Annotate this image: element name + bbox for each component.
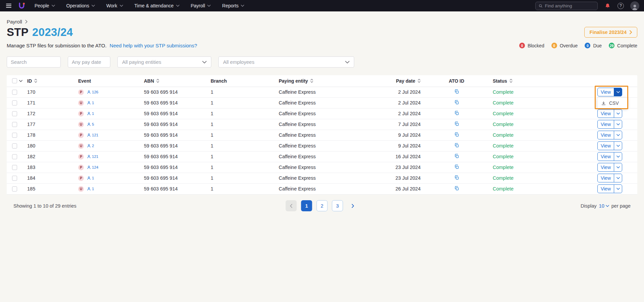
sort-icon[interactable] (310, 79, 313, 83)
nav-item-people[interactable]: People (35, 3, 55, 8)
stp-event-id: 182 (27, 154, 35, 159)
view-dropdown-toggle[interactable] (614, 110, 622, 118)
copy-ato-id-icon[interactable] (454, 175, 459, 180)
chevron-down-icon (207, 5, 211, 7)
view-button[interactable]: View (597, 120, 622, 129)
select-all-checkbox[interactable] (12, 78, 17, 83)
row-checkbox[interactable] (12, 90, 17, 95)
copy-ato-id-icon[interactable] (454, 121, 459, 126)
sort-icon[interactable] (156, 79, 159, 83)
next-page-button[interactable] (347, 200, 359, 211)
row-checkbox[interactable] (12, 143, 17, 148)
row-checkbox[interactable] (12, 176, 17, 181)
copy-ato-id-icon[interactable] (454, 111, 459, 116)
global-search[interactable] (535, 2, 598, 10)
page-button-1[interactable]: 1 (301, 200, 312, 211)
branch-value: 1 (211, 165, 213, 170)
sort-icon[interactable] (418, 79, 421, 83)
nav-item-label: Work (106, 3, 117, 8)
view-button[interactable]: View (597, 174, 622, 182)
view-button[interactable]: View (597, 184, 622, 193)
view-button[interactable]: View (597, 152, 622, 161)
finalise-button[interactable]: Finalise 2023/24 (584, 27, 637, 38)
row-checkbox[interactable] (12, 154, 17, 159)
paying-entities-select[interactable]: All paying entities (117, 56, 211, 68)
view-button[interactable]: View (597, 109, 622, 118)
pay-date-value: 26 Jul 2024 (395, 186, 421, 191)
nav-item-label: Reports (222, 3, 238, 8)
view-button[interactable]: View (597, 141, 622, 150)
select-options-chevron-icon[interactable] (19, 80, 22, 82)
pay-date-input[interactable] (68, 56, 110, 68)
nav-item-time-attendance[interactable]: Time & attendance (135, 3, 179, 8)
help-icon[interactable]: ? (618, 3, 624, 9)
sort-icon[interactable] (34, 79, 37, 83)
view-dropdown-toggle[interactable] (614, 120, 622, 128)
notifications-bell-icon[interactable] (605, 3, 610, 9)
csv-menu-item[interactable]: CSV (609, 100, 619, 106)
event-type-badge: P (78, 165, 84, 170)
row-checkbox[interactable] (12, 100, 17, 105)
employees-select[interactable]: All employees (218, 56, 354, 68)
copy-ato-id-icon[interactable] (454, 154, 459, 159)
column-header-paying-entity[interactable]: Paying entity (279, 75, 389, 87)
copy-ato-id-icon[interactable] (454, 186, 459, 191)
table-row: 170 P 126 59 603 695 914 1 Caffeine Expr… (7, 87, 637, 97)
branch-value: 1 (211, 122, 213, 127)
summary-blocked: 0 Blocked (519, 43, 544, 48)
view-button[interactable]: View (597, 88, 622, 96)
stp-help-link[interactable]: Need help with your STP submissions? (110, 43, 197, 48)
table-row: 172 P 1 59 603 695 914 1 Caffeine Expres… (7, 108, 637, 119)
previous-page-button[interactable] (286, 200, 297, 211)
column-header-pay-date[interactable]: Pay date (389, 75, 423, 87)
paying-entity-value: Caffeine Express (279, 89, 316, 95)
nav-item-operations[interactable]: Operations (66, 3, 95, 8)
row-checkbox[interactable] (12, 133, 17, 138)
page-button-3[interactable]: 3 (332, 200, 343, 211)
nav-item-payroll[interactable]: Payroll (191, 3, 211, 8)
view-dropdown-toggle[interactable] (614, 153, 622, 161)
copy-ato-id-icon[interactable] (454, 89, 459, 94)
copy-ato-id-icon[interactable] (454, 143, 459, 148)
row-checkbox[interactable] (12, 165, 17, 170)
event-type-badge: P (78, 132, 84, 138)
view-dropdown-toggle[interactable] (614, 88, 622, 96)
view-dropdown-toggle[interactable] (614, 174, 622, 182)
paying-entity-value: Caffeine Express (279, 100, 316, 105)
app-logo[interactable] (18, 2, 25, 9)
breadcrumb-payroll-link[interactable]: Payroll (7, 19, 22, 25)
user-avatar[interactable] (630, 1, 639, 10)
row-checkbox[interactable] (12, 111, 17, 116)
view-dropdown-toggle[interactable] (614, 163, 622, 171)
sort-icon[interactable] (509, 79, 513, 83)
nav-item-work[interactable]: Work (106, 3, 123, 8)
page-title-year: 2023/24 (32, 26, 73, 39)
nav-item-label: Payroll (191, 3, 205, 8)
row-checkbox[interactable] (12, 186, 17, 191)
global-search-input[interactable] (545, 3, 594, 8)
row-checkbox[interactable] (12, 122, 17, 127)
copy-ato-id-icon[interactable] (454, 164, 459, 169)
chevron-left-icon (290, 204, 292, 208)
view-button[interactable]: View (597, 131, 622, 139)
search-input[interactable] (7, 56, 61, 68)
view-dropdown-toggle[interactable] (614, 185, 622, 193)
hamburger-menu-icon[interactable] (6, 4, 11, 8)
page-size-select[interactable]: 10 (599, 203, 609, 209)
view-button[interactable]: View (597, 163, 622, 172)
view-button-label: View (598, 131, 614, 139)
column-header-abn[interactable]: ABN (144, 75, 211, 87)
view-button-label: View (598, 174, 614, 182)
person-icon (87, 187, 91, 191)
view-dropdown-toggle[interactable] (614, 142, 622, 150)
nav-item-reports[interactable]: Reports (222, 3, 244, 8)
column-header-status[interactable]: Status (490, 75, 564, 87)
abn-value: 59 603 695 914 (144, 143, 178, 148)
paying-entity-value: Caffeine Express (279, 111, 316, 116)
column-header-id[interactable]: ID (27, 75, 78, 87)
status-badge: Complete (493, 154, 514, 159)
copy-ato-id-icon[interactable] (454, 132, 459, 137)
copy-ato-id-icon[interactable] (454, 100, 459, 105)
view-dropdown-toggle[interactable] (614, 131, 622, 139)
page-button-2[interactable]: 2 (317, 200, 328, 211)
